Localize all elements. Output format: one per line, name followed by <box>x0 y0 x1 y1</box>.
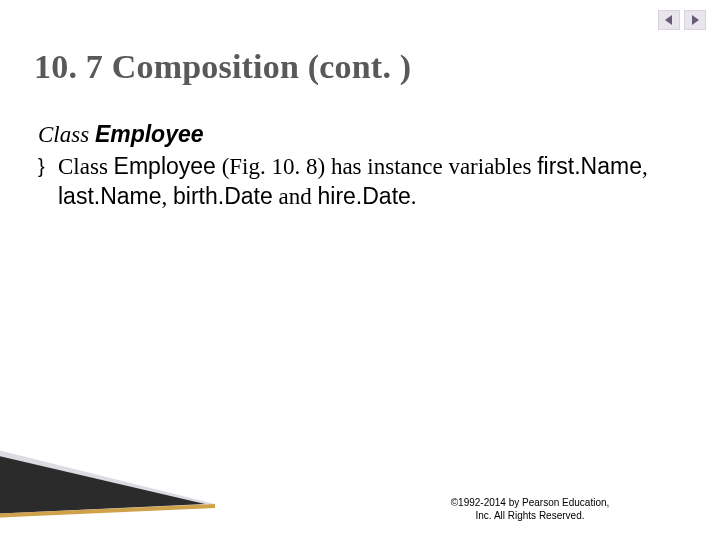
text-run: , <box>162 184 174 209</box>
svg-marker-4 <box>0 504 215 518</box>
slide-title: 10. 7 Composition (cont. ) <box>34 48 411 86</box>
bullet-text: Class Employee (Fig. 10. 8) has instance… <box>58 152 680 212</box>
copyright-footer: ©1992-2014 by Pearson Education, Inc. Al… <box>400 497 660 522</box>
text-run: and <box>273 184 318 209</box>
decorative-wedge <box>0 448 215 518</box>
prev-slide-button[interactable] <box>658 10 680 30</box>
bullet-marker: } <box>38 152 58 180</box>
code-run: birth.Date <box>173 183 273 209</box>
subheading-prefix: Class <box>38 122 95 147</box>
slide: 10. 7 Composition (cont. ) Class Employe… <box>0 0 720 540</box>
next-slide-button[interactable] <box>684 10 706 30</box>
code-run: Employee <box>114 153 216 179</box>
arrow-left-icon <box>663 14 675 26</box>
footer-line: ©1992-2014 by Pearson Education, <box>400 497 660 510</box>
footer-line: Inc. All Rights Reserved. <box>400 510 660 523</box>
svg-marker-2 <box>0 448 215 518</box>
svg-marker-3 <box>0 454 205 514</box>
bullet-item: } Class Employee (Fig. 10. 8) has instan… <box>38 152 680 212</box>
code-run: last.Name <box>58 183 162 209</box>
subheading-class-name: Employee <box>95 121 204 147</box>
subheading: Class Employee <box>38 120 680 150</box>
arrow-right-icon <box>689 14 701 26</box>
text-run: . <box>411 184 417 209</box>
text-run: (Fig. 10. 8) has instance variables <box>216 154 537 179</box>
nav-controls <box>658 10 706 30</box>
svg-marker-1 <box>692 15 699 25</box>
text-run: Class <box>58 154 114 179</box>
slide-content: Class Employee } Class Employee (Fig. 10… <box>38 120 680 211</box>
code-run: hire.Date <box>317 183 410 209</box>
text-run: , <box>642 154 648 179</box>
svg-marker-0 <box>665 15 672 25</box>
code-run: first.Name <box>537 153 642 179</box>
